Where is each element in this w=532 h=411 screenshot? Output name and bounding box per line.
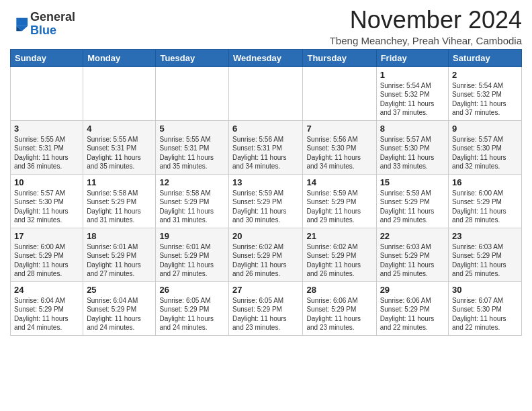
day-info: Sunrise: 5:54 AM Sunset: 5:32 PM Dayligh… bbox=[452, 81, 518, 118]
day-number: 16 bbox=[452, 177, 518, 187]
day-cell: 7Sunrise: 5:56 AM Sunset: 5:30 PM Daylig… bbox=[303, 120, 376, 174]
title-section: November 2024 Tbeng Meanchey, Preah Vihe… bbox=[330, 7, 522, 46]
week-row-4: 17Sunrise: 6:00 AM Sunset: 5:29 PM Dayli… bbox=[11, 228, 522, 281]
day-info: Sunrise: 5:55 AM Sunset: 5:31 PM Dayligh… bbox=[87, 135, 152, 171]
day-cell: 18Sunrise: 6:01 AM Sunset: 5:29 PM Dayli… bbox=[83, 228, 156, 281]
day-cell: 20Sunrise: 6:02 AM Sunset: 5:29 PM Dayli… bbox=[229, 228, 303, 281]
day-number: 21 bbox=[306, 231, 372, 241]
day-number: 1 bbox=[380, 70, 445, 80]
day-cell: 24Sunrise: 6:04 AM Sunset: 5:29 PM Dayli… bbox=[11, 281, 83, 335]
day-number: 9 bbox=[452, 124, 518, 134]
day-number: 14 bbox=[306, 177, 372, 187]
day-number: 7 bbox=[306, 124, 372, 134]
day-cell: 2Sunrise: 5:54 AM Sunset: 5:32 PM Daylig… bbox=[449, 66, 522, 120]
day-info: Sunrise: 5:59 AM Sunset: 5:29 PM Dayligh… bbox=[232, 189, 299, 225]
day-cell: 4Sunrise: 5:55 AM Sunset: 5:31 PM Daylig… bbox=[83, 120, 156, 174]
day-info: Sunrise: 5:55 AM Sunset: 5:31 PM Dayligh… bbox=[159, 135, 225, 171]
svg-marker-0 bbox=[16, 17, 28, 26]
day-cell: 8Sunrise: 5:57 AM Sunset: 5:30 PM Daylig… bbox=[376, 120, 448, 174]
day-info: Sunrise: 5:56 AM Sunset: 5:31 PM Dayligh… bbox=[232, 135, 299, 171]
day-cell: 27Sunrise: 6:05 AM Sunset: 5:29 PM Dayli… bbox=[229, 281, 303, 335]
day-number: 5 bbox=[159, 124, 225, 134]
logo: General Blue bbox=[10, 11, 75, 38]
day-info: Sunrise: 5:55 AM Sunset: 5:31 PM Dayligh… bbox=[14, 135, 79, 171]
location: Tbeng Meanchey, Preah Vihear, Cambodia bbox=[330, 35, 522, 46]
day-info: Sunrise: 6:02 AM Sunset: 5:29 PM Dayligh… bbox=[306, 242, 372, 279]
logo-icon bbox=[10, 15, 29, 34]
day-cell bbox=[11, 66, 83, 120]
column-header-tuesday: Tuesday bbox=[156, 49, 229, 66]
day-number: 22 bbox=[380, 231, 445, 241]
day-number: 25 bbox=[87, 285, 152, 295]
column-header-friday: Friday bbox=[376, 49, 448, 66]
column-header-thursday: Thursday bbox=[303, 49, 376, 66]
day-cell: 5Sunrise: 5:55 AM Sunset: 5:31 PM Daylig… bbox=[156, 120, 229, 174]
day-cell: 19Sunrise: 6:01 AM Sunset: 5:29 PM Dayli… bbox=[156, 228, 229, 281]
day-info: Sunrise: 6:01 AM Sunset: 5:29 PM Dayligh… bbox=[159, 242, 225, 279]
day-info: Sunrise: 6:02 AM Sunset: 5:29 PM Dayligh… bbox=[232, 242, 299, 279]
day-number: 19 bbox=[159, 231, 225, 241]
day-number: 15 bbox=[380, 177, 445, 187]
week-row-5: 24Sunrise: 6:04 AM Sunset: 5:29 PM Dayli… bbox=[11, 281, 522, 335]
day-number: 17 bbox=[14, 231, 79, 241]
day-info: Sunrise: 5:59 AM Sunset: 5:29 PM Dayligh… bbox=[306, 189, 372, 225]
day-number: 11 bbox=[87, 177, 152, 187]
day-cell: 22Sunrise: 6:03 AM Sunset: 5:29 PM Dayli… bbox=[376, 228, 448, 281]
logo-general: General bbox=[30, 11, 75, 24]
day-number: 26 bbox=[159, 285, 225, 295]
column-header-monday: Monday bbox=[83, 49, 156, 66]
day-cell: 23Sunrise: 6:03 AM Sunset: 5:29 PM Dayli… bbox=[449, 228, 522, 281]
day-cell: 11Sunrise: 5:58 AM Sunset: 5:29 PM Dayli… bbox=[83, 174, 156, 228]
day-number: 29 bbox=[380, 285, 445, 295]
day-number: 6 bbox=[232, 124, 299, 134]
day-info: Sunrise: 6:03 AM Sunset: 5:29 PM Dayligh… bbox=[452, 242, 518, 279]
day-cell: 12Sunrise: 5:58 AM Sunset: 5:29 PM Dayli… bbox=[156, 174, 229, 228]
day-cell bbox=[156, 66, 229, 120]
calendar-body: 1Sunrise: 5:54 AM Sunset: 5:32 PM Daylig… bbox=[11, 66, 522, 335]
week-row-3: 10Sunrise: 5:57 AM Sunset: 5:30 PM Dayli… bbox=[11, 174, 522, 228]
day-info: Sunrise: 6:04 AM Sunset: 5:29 PM Dayligh… bbox=[14, 296, 79, 332]
day-info: Sunrise: 6:00 AM Sunset: 5:29 PM Dayligh… bbox=[14, 242, 79, 279]
day-info: Sunrise: 5:58 AM Sunset: 5:29 PM Dayligh… bbox=[159, 189, 225, 225]
day-number: 20 bbox=[232, 231, 299, 241]
day-cell: 14Sunrise: 5:59 AM Sunset: 5:29 PM Dayli… bbox=[303, 174, 376, 228]
day-cell: 3Sunrise: 5:55 AM Sunset: 5:31 PM Daylig… bbox=[11, 120, 83, 174]
day-cell: 29Sunrise: 6:06 AM Sunset: 5:29 PM Dayli… bbox=[376, 281, 448, 335]
day-info: Sunrise: 6:06 AM Sunset: 5:29 PM Dayligh… bbox=[380, 296, 445, 332]
day-info: Sunrise: 6:05 AM Sunset: 5:29 PM Dayligh… bbox=[232, 296, 299, 332]
day-number: 18 bbox=[87, 231, 152, 241]
calendar: SundayMondayTuesdayWednesdayThursdayFrid… bbox=[10, 49, 522, 336]
day-cell: 9Sunrise: 5:57 AM Sunset: 5:30 PM Daylig… bbox=[449, 120, 522, 174]
day-number: 24 bbox=[14, 285, 79, 295]
day-number: 12 bbox=[159, 177, 225, 187]
day-cell: 1Sunrise: 5:54 AM Sunset: 5:32 PM Daylig… bbox=[376, 66, 448, 120]
header-row: SundayMondayTuesdayWednesdayThursdayFrid… bbox=[11, 49, 522, 66]
calendar-header: SundayMondayTuesdayWednesdayThursdayFrid… bbox=[11, 49, 522, 66]
day-number: 27 bbox=[232, 285, 299, 295]
day-number: 10 bbox=[14, 177, 79, 187]
day-number: 8 bbox=[380, 124, 445, 134]
day-cell: 10Sunrise: 5:57 AM Sunset: 5:30 PM Dayli… bbox=[11, 174, 83, 228]
day-info: Sunrise: 6:04 AM Sunset: 5:29 PM Dayligh… bbox=[87, 296, 152, 332]
day-number: 28 bbox=[306, 285, 372, 295]
day-cell bbox=[229, 66, 303, 120]
column-header-wednesday: Wednesday bbox=[229, 49, 303, 66]
day-info: Sunrise: 5:57 AM Sunset: 5:30 PM Dayligh… bbox=[452, 135, 518, 171]
day-info: Sunrise: 5:56 AM Sunset: 5:30 PM Dayligh… bbox=[306, 135, 372, 171]
day-info: Sunrise: 5:58 AM Sunset: 5:29 PM Dayligh… bbox=[87, 189, 152, 225]
column-header-sunday: Sunday bbox=[11, 49, 83, 66]
day-info: Sunrise: 5:57 AM Sunset: 5:30 PM Dayligh… bbox=[380, 135, 445, 171]
day-info: Sunrise: 6:03 AM Sunset: 5:29 PM Dayligh… bbox=[380, 242, 445, 279]
day-info: Sunrise: 6:05 AM Sunset: 5:29 PM Dayligh… bbox=[159, 296, 225, 332]
day-cell: 25Sunrise: 6:04 AM Sunset: 5:29 PM Dayli… bbox=[83, 281, 156, 335]
day-cell: 30Sunrise: 6:07 AM Sunset: 5:30 PM Dayli… bbox=[449, 281, 522, 335]
week-row-2: 3Sunrise: 5:55 AM Sunset: 5:31 PM Daylig… bbox=[11, 120, 522, 174]
day-info: Sunrise: 6:00 AM Sunset: 5:29 PM Dayligh… bbox=[452, 189, 518, 225]
day-number: 3 bbox=[14, 124, 79, 134]
day-number: 4 bbox=[87, 124, 152, 134]
day-cell: 28Sunrise: 6:06 AM Sunset: 5:29 PM Dayli… bbox=[303, 281, 376, 335]
day-info: Sunrise: 6:01 AM Sunset: 5:29 PM Dayligh… bbox=[87, 242, 152, 279]
week-row-1: 1Sunrise: 5:54 AM Sunset: 5:32 PM Daylig… bbox=[11, 66, 522, 120]
day-cell: 6Sunrise: 5:56 AM Sunset: 5:31 PM Daylig… bbox=[229, 120, 303, 174]
day-number: 2 bbox=[452, 70, 518, 80]
